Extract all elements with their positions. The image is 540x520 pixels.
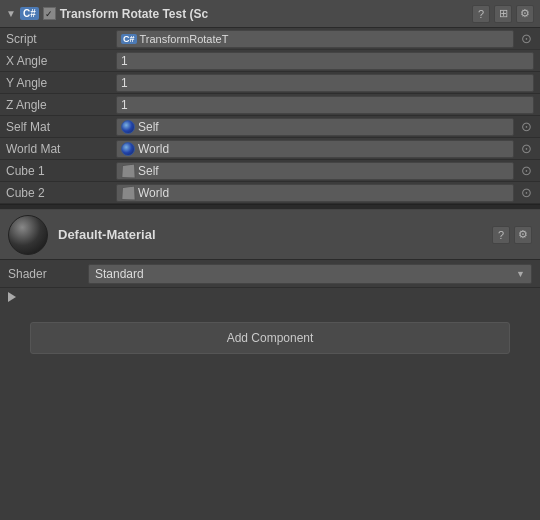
header-icons: ? ⊞ ⚙ bbox=[472, 5, 534, 23]
dropdown-arrow-icon: ▼ bbox=[516, 269, 525, 279]
material-header: Default-Material ? ⚙ bbox=[0, 210, 540, 260]
add-component-label: Add Component bbox=[227, 331, 314, 345]
z-angle-row: Z Angle 1 bbox=[0, 94, 540, 116]
material-expand-row[interactable] bbox=[0, 288, 540, 306]
self-mat-row: Self Mat Self ⊙ bbox=[0, 116, 540, 138]
material-settings-icon[interactable]: ⚙ bbox=[514, 226, 532, 244]
world-mat-value: World bbox=[138, 142, 169, 156]
cube-icon-1 bbox=[121, 163, 136, 178]
x-angle-label: X Angle bbox=[6, 54, 116, 68]
help-icon[interactable]: ? bbox=[472, 5, 490, 23]
enabled-checkbox[interactable] bbox=[43, 7, 56, 20]
cube2-label: Cube 2 bbox=[6, 186, 116, 200]
expand-triangle-icon bbox=[8, 292, 16, 302]
x-angle-input[interactable]: 1 bbox=[116, 52, 534, 70]
self-mat-field[interactable]: Self bbox=[116, 118, 514, 136]
shader-dropdown[interactable]: Standard ▼ bbox=[88, 264, 532, 284]
world-mat-field[interactable]: World bbox=[116, 140, 514, 158]
z-angle-input[interactable]: 1 bbox=[116, 96, 534, 114]
shader-value: Standard bbox=[95, 267, 144, 281]
cube-icon-2 bbox=[121, 185, 136, 200]
world-mat-label: World Mat bbox=[6, 142, 116, 156]
component-title: Transform Rotate Test (Sc bbox=[60, 7, 472, 21]
cube1-label: Cube 1 bbox=[6, 164, 116, 178]
y-angle-label: Y Angle bbox=[6, 76, 116, 90]
script-name: TransformRotateT bbox=[140, 33, 229, 45]
material-help-icon[interactable]: ? bbox=[492, 226, 510, 244]
cube1-target-icon[interactable]: ⊙ bbox=[518, 163, 534, 179]
cube1-field[interactable]: Self bbox=[116, 162, 514, 180]
y-angle-value: 1 bbox=[121, 76, 128, 90]
component-header: ▼ C# Transform Rotate Test (Sc ? ⊞ ⚙ bbox=[0, 0, 540, 28]
self-mat-label: Self Mat bbox=[6, 120, 116, 134]
y-angle-input[interactable]: 1 bbox=[116, 74, 534, 92]
shader-label: Shader bbox=[8, 267, 88, 281]
x-angle-value: 1 bbox=[121, 54, 128, 68]
cube2-target-icon[interactable]: ⊙ bbox=[518, 185, 534, 201]
cube2-row: Cube 2 World ⊙ bbox=[0, 182, 540, 204]
script-label: Script bbox=[6, 32, 116, 46]
world-mat-target-icon[interactable]: ⊙ bbox=[518, 141, 534, 157]
self-mat-value: Self bbox=[138, 120, 159, 134]
sphere-icon bbox=[121, 120, 135, 134]
add-component-wrapper: Add Component bbox=[0, 312, 540, 364]
x-angle-row: X Angle 1 bbox=[0, 50, 540, 72]
cube1-value: Self bbox=[138, 164, 159, 178]
collapse-arrow-icon[interactable]: ▼ bbox=[6, 8, 16, 19]
material-header-icons: ? ⚙ bbox=[492, 226, 532, 244]
z-angle-label: Z Angle bbox=[6, 98, 116, 112]
script-field[interactable]: C# TransformRotateT bbox=[116, 30, 514, 48]
script-cs-badge: C# bbox=[121, 34, 137, 44]
z-angle-value: 1 bbox=[121, 98, 128, 112]
material-preview-ball bbox=[8, 215, 48, 255]
script-row: Script C# TransformRotateT ⊙ bbox=[0, 28, 540, 50]
layout-icon[interactable]: ⊞ bbox=[494, 5, 512, 23]
world-mat-row: World Mat World ⊙ bbox=[0, 138, 540, 160]
inspector-panel: ▼ C# Transform Rotate Test (Sc ? ⊞ ⚙ Scr… bbox=[0, 0, 540, 364]
sphere-icon-2 bbox=[121, 142, 135, 156]
cube2-value: World bbox=[138, 186, 169, 200]
script-target-icon[interactable]: ⊙ bbox=[518, 31, 534, 47]
self-mat-target-icon[interactable]: ⊙ bbox=[518, 119, 534, 135]
lang-badge: C# bbox=[20, 7, 39, 20]
y-angle-row: Y Angle 1 bbox=[0, 72, 540, 94]
material-title: Default-Material bbox=[58, 227, 492, 242]
cube1-row: Cube 1 Self ⊙ bbox=[0, 160, 540, 182]
shader-row: Shader Standard ▼ bbox=[0, 260, 540, 288]
settings-icon[interactable]: ⚙ bbox=[516, 5, 534, 23]
cube2-field[interactable]: World bbox=[116, 184, 514, 202]
add-component-button[interactable]: Add Component bbox=[30, 322, 510, 354]
